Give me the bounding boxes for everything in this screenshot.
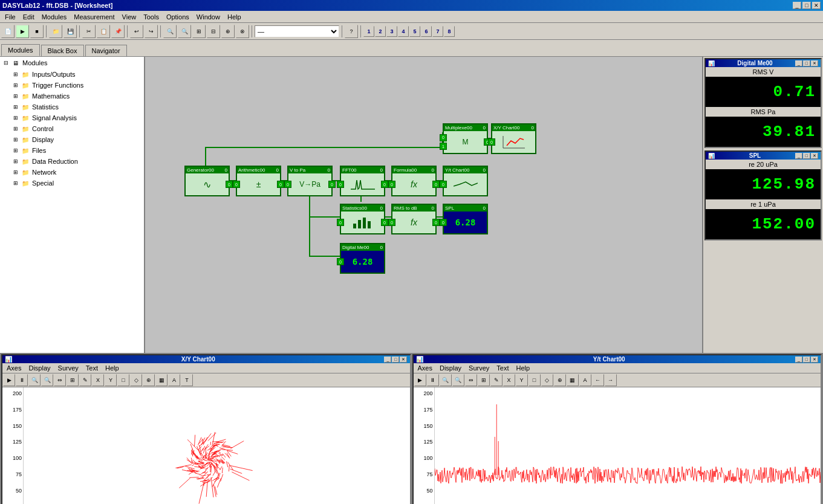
tab-navigator[interactable]: Navigator bbox=[85, 45, 127, 56]
maximize-button[interactable]: □ bbox=[802, 2, 811, 9]
spl-max-btn[interactable]: □ bbox=[803, 153, 810, 159]
yt-tb7[interactable]: ✎ bbox=[490, 374, 503, 386]
xy-tb2[interactable]: ⏸ bbox=[16, 374, 28, 386]
yt-menu-survey[interactable]: Survey bbox=[465, 364, 493, 372]
paste-button[interactable]: 📌 bbox=[111, 25, 125, 38]
yt-tb13[interactable]: ▦ bbox=[567, 374, 579, 386]
yt-tb14[interactable]: A bbox=[579, 374, 591, 386]
tb7[interactable]: ⊞ bbox=[192, 25, 206, 38]
xy-tb8[interactable]: X bbox=[92, 374, 104, 386]
display-close-btn[interactable]: ✕ bbox=[811, 60, 818, 66]
module-selector[interactable]: — bbox=[255, 25, 339, 37]
undo-button[interactable]: ↩ bbox=[130, 25, 143, 38]
menu-window[interactable]: Window bbox=[193, 12, 224, 22]
xy-tb14[interactable]: A bbox=[168, 374, 180, 386]
redo-button[interactable]: ↪ bbox=[145, 25, 158, 38]
spl-close-btn[interactable]: ✕ bbox=[811, 153, 818, 159]
yt-tb11[interactable]: ◇ bbox=[541, 374, 553, 386]
new-button[interactable]: 📄 bbox=[1, 25, 15, 38]
node-arithmetic00[interactable]: Arithmetic000 0 ± 0 bbox=[236, 166, 281, 196]
yt-chart-min-btn[interactable]: _ bbox=[795, 357, 802, 363]
menu-modules[interactable]: Modules bbox=[38, 12, 71, 22]
yt-menu-text[interactable]: Text bbox=[493, 364, 512, 372]
node-spl[interactable]: SPL0 0 6.28 bbox=[443, 204, 488, 234]
xy-menu-survey[interactable]: Survey bbox=[54, 364, 82, 372]
display-min-btn[interactable]: _ bbox=[795, 60, 802, 66]
yt-chart-max-btn[interactable]: □ bbox=[803, 357, 810, 363]
xy-menu-text[interactable]: Text bbox=[82, 364, 102, 372]
spl-min-btn[interactable]: _ bbox=[795, 153, 802, 159]
stop-button[interactable]: ■ bbox=[30, 25, 44, 38]
xy-tb11[interactable]: ◇ bbox=[130, 374, 142, 386]
xy-tb15[interactable]: T bbox=[181, 374, 193, 386]
node-ytchart00[interactable]: Y/t Chart000 0 bbox=[443, 166, 488, 196]
help-button[interactable]: ? bbox=[345, 25, 358, 38]
num-btn-6[interactable]: 6 bbox=[421, 26, 432, 37]
tree-item-special[interactable]: ⊞ 📁 Special bbox=[0, 178, 144, 189]
node-rmstodb[interactable]: RMS to dB0 0 fx 0 bbox=[391, 204, 437, 234]
tree-item-files[interactable]: ⊞ 📁 Files bbox=[0, 145, 144, 156]
node-multiplexer00[interactable]: Multiplexe000 0 1 M 0 bbox=[443, 123, 488, 154]
node-statistics00[interactable]: Statistics000 0 0 bbox=[340, 204, 385, 234]
num-btn-4[interactable]: 4 bbox=[398, 26, 409, 37]
node-fft00[interactable]: FFT000 0 0 bbox=[340, 166, 385, 196]
tree-item-display[interactable]: ⊞ 📁 Display bbox=[0, 134, 144, 145]
yt-tb15[interactable]: ← bbox=[592, 374, 604, 386]
tree-item-trigger[interactable]: ⊞ 📁 Trigger Functions bbox=[0, 80, 144, 91]
xy-tb1[interactable]: ▶ bbox=[3, 374, 15, 386]
xy-menu-display[interactable]: Display bbox=[25, 364, 54, 372]
tree-item-network[interactable]: ⊞ 📁 Network bbox=[0, 167, 144, 178]
xy-tb13[interactable]: ▦ bbox=[155, 374, 168, 386]
tab-blackbox[interactable]: Black Box bbox=[41, 45, 84, 56]
tree-item-statistics[interactable]: ⊞ 📁 Statistics bbox=[0, 102, 144, 112]
num-btn-5[interactable]: 5 bbox=[409, 26, 420, 37]
yt-tb4[interactable]: 🔍 bbox=[452, 374, 464, 386]
xy-chart-min-btn[interactable]: _ bbox=[384, 357, 391, 363]
tb10[interactable]: ⊗ bbox=[236, 25, 249, 38]
xy-tb5[interactable]: ⇔ bbox=[54, 374, 66, 386]
menu-file[interactable]: File bbox=[1, 12, 19, 22]
menu-view[interactable]: View bbox=[119, 12, 140, 22]
node-xychart00[interactable]: X/Y Chart000 0 bbox=[491, 123, 536, 154]
menu-options[interactable]: Options bbox=[163, 12, 193, 22]
xy-tb4[interactable]: 🔍 bbox=[41, 374, 53, 386]
xy-chart-close-btn[interactable]: ✕ bbox=[400, 357, 407, 363]
play-button[interactable]: ▶ bbox=[16, 25, 29, 38]
node-formula00[interactable]: Formula000 0 fx 0 bbox=[391, 166, 437, 196]
num-btn-3[interactable]: 3 bbox=[386, 26, 397, 37]
xy-chart-max-btn[interactable]: □ bbox=[392, 357, 399, 363]
tree-item-control[interactable]: ⊞ 📁 Control bbox=[0, 123, 144, 134]
yt-menu-axes[interactable]: Axes bbox=[414, 364, 436, 372]
menu-edit[interactable]: Edit bbox=[19, 12, 38, 22]
yt-menu-help[interactable]: Help bbox=[512, 364, 533, 372]
xy-menu-help[interactable]: Help bbox=[102, 364, 123, 372]
num-btn-2[interactable]: 2 bbox=[375, 26, 386, 37]
node-generator00[interactable]: Generator000 ∿ 0 bbox=[184, 166, 230, 196]
display-max-btn[interactable]: □ bbox=[803, 60, 810, 66]
yt-tb16[interactable]: → bbox=[605, 374, 617, 386]
tree-item-data-reduction[interactable]: ⊞ 📁 Data Reduction bbox=[0, 156, 144, 167]
num-btn-7[interactable]: 7 bbox=[432, 26, 443, 37]
yt-tb5[interactable]: ⇔ bbox=[465, 374, 477, 386]
tree-item-signal[interactable]: ⊞ 📁 Signal Analysis bbox=[0, 112, 144, 123]
xy-tb12[interactable]: ⊕ bbox=[143, 374, 155, 386]
num-btn-8[interactable]: 8 bbox=[444, 26, 455, 37]
zoom-out-button[interactable]: 🔍 bbox=[178, 25, 191, 38]
xy-menu-axes[interactable]: Axes bbox=[3, 364, 25, 372]
tb8[interactable]: ⊟ bbox=[207, 25, 220, 38]
cut-button[interactable]: ✂ bbox=[82, 25, 96, 38]
num-btn-1[interactable]: 1 bbox=[363, 26, 374, 37]
yt-tb9[interactable]: Y bbox=[516, 374, 528, 386]
tree-item-inputs[interactable]: ⊞ 📁 Inputs/Outputs bbox=[0, 69, 144, 80]
yt-tb1[interactable]: ▶ bbox=[414, 374, 426, 386]
zoom-in-button[interactable]: 🔍 bbox=[163, 25, 177, 38]
tb9[interactable]: ⊕ bbox=[221, 25, 235, 38]
menu-help[interactable]: Help bbox=[224, 12, 245, 22]
save-button[interactable]: 💾 bbox=[63, 25, 77, 38]
xy-tb9[interactable]: Y bbox=[105, 374, 117, 386]
yt-tb10[interactable]: □ bbox=[529, 374, 541, 386]
menu-measurement[interactable]: Measurement bbox=[70, 12, 118, 22]
node-vtopa[interactable]: V to Pa0 0 V→Pa 0 bbox=[287, 166, 333, 196]
minimize-button[interactable]: _ bbox=[793, 2, 801, 9]
xy-tb7[interactable]: ✎ bbox=[79, 374, 91, 386]
